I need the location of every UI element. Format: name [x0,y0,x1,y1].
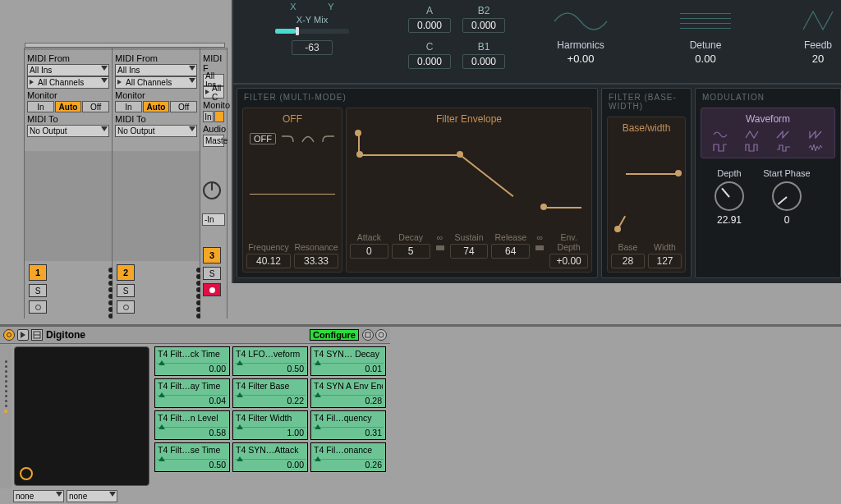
res-value[interactable]: 33.33 [294,254,338,268]
save-preset-icon[interactable] [362,329,374,341]
macro-value: 0.01 [365,364,382,373]
track-number-button[interactable]: 1 [29,264,47,281]
device-fold-button[interactable] [17,329,29,341]
sine-icon[interactable] [713,130,728,140]
monitor-off[interactable]: Off [82,101,109,112]
macro-control[interactable]: T4 Fil…onance0.26 [310,442,386,472]
chain-select-2[interactable]: none [67,490,117,502]
solo-button[interactable]: S [203,267,221,280]
macro-name: T4 Filt…n Level [158,413,227,423]
record-arm[interactable] [29,300,47,314]
macro-control[interactable]: T4 Filt…n Level0.58 [154,410,230,440]
clip-slots[interactable] [25,151,112,261]
harmonics-value[interactable]: +0.00 [568,53,595,65]
macro-control[interactable]: T4 Filter Width1.00 [232,410,308,440]
solo-button[interactable]: S [117,284,135,297]
macro-control[interactable]: T4 Filt…se Time0.50 [154,442,230,472]
atk-value[interactable]: 0 [350,244,388,259]
midi-from-input[interactable]: All Ins [27,64,109,76]
midi-channel[interactable]: All C [203,86,224,99]
macro-control[interactable]: T4 Filt…ay Time0.04 [154,378,230,408]
edepth-value[interactable]: +0.00 [549,254,588,268]
param-c-value[interactable]: 0.000 [408,54,451,69]
filter-type-sub: OFF OFF Frequency40.12 Resonance33.33 [242,108,342,273]
hot-swap-icon[interactable] [375,329,387,341]
freq-value[interactable]: 40.12 [246,254,291,268]
solo-button[interactable]: S [29,284,47,297]
detune-value[interactable]: 0.00 [695,53,715,65]
width-value[interactable]: 127 [648,254,682,268]
inf-toggle[interactable] [436,245,444,250]
blank [27,137,109,149]
track-number-button[interactable]: 2 [117,264,135,281]
monitor-auto[interactable]: Auto [143,101,170,112]
pan-knob[interactable] [200,179,225,200]
harmonics-label: Harmonics [557,39,604,51]
macro-control[interactable]: T4 Filter Base0.22 [232,378,308,408]
sus-value[interactable]: 74 [450,244,489,259]
macro-control[interactable]: T4 Filt…ck Time0.00 [154,346,230,376]
midi-channel[interactable]: All Channels [27,76,109,89]
synth-top-row: XY X-Y Mix -63 A0.000 B20.000 C0.000 B10… [233,0,841,85]
macro-control[interactable]: T4 LFO…veform0.50 [232,346,308,376]
macro-name: T4 SYN A Env End [314,381,383,391]
random-icon[interactable] [776,143,791,153]
pulse-icon[interactable] [745,143,760,153]
monitor-in[interactable]: In [115,101,142,112]
envelope-graph[interactable] [350,128,588,229]
phase-knob[interactable]: Start Phase 0 [763,168,811,226]
record-arm[interactable] [117,300,135,314]
monitor-off[interactable]: Off [170,101,197,112]
highpass-icon[interactable] [320,133,335,144]
saw-icon[interactable] [776,130,791,140]
ramp-icon[interactable] [808,130,823,140]
clip-slots[interactable] [113,151,200,261]
macro-value: 0.22 [287,396,304,405]
bw-graph[interactable] [611,137,682,239]
dec-value[interactable]: 5 [392,244,430,259]
param-a-value[interactable]: 0.000 [408,18,451,33]
monitor-in[interactable]: In [203,111,214,122]
inf-display[interactable]: -In [202,213,225,226]
chain-selector[interactable] [0,344,11,488]
lowpass-icon[interactable] [281,133,296,144]
macro-value: 0.26 [365,460,382,470]
monitor-auto[interactable]: Auto [55,101,82,112]
macro-control[interactable]: T4 Fil…quency0.31 [310,410,386,440]
param-b2-value[interactable]: 0.000 [462,18,505,33]
macro-control[interactable]: T4 SYN…Attack0.00 [232,442,308,472]
audio-to-label: Audio [203,124,224,134]
monitor-auto[interactable] [214,111,224,122]
triangle-icon[interactable] [745,130,760,140]
val: All Ins [117,66,140,75]
bandpass-icon[interactable] [301,133,315,144]
configure-button[interactable]: Configure [310,329,359,341]
square-icon[interactable] [713,143,728,153]
feedback-value[interactable]: 20 [812,53,824,65]
device-power-button[interactable] [3,329,15,341]
record-arm[interactable] [203,283,221,296]
midi-to-output[interactable]: No Output [27,125,109,137]
xy-mix-value[interactable]: -63 [292,40,333,55]
midi-from-label: MIDI From [115,53,197,63]
depth-knob[interactable]: Depth 22.91 [705,168,753,226]
param-b1-value[interactable]: 0.000 [462,54,505,69]
macro-control[interactable]: T4 SYN A Env End0.28 [310,378,386,408]
midi-channel[interactable]: All Channels [115,76,197,89]
macro-control[interactable]: T4 SYN… Decay0.01 [310,346,386,376]
base-value[interactable]: 28 [611,254,645,268]
track-number-button[interactable]: 3 [203,247,221,263]
noise-icon[interactable] [808,143,823,153]
chain-select-1[interactable]: none [13,490,64,502]
rel-value[interactable]: 64 [491,244,530,259]
filter-graph[interactable] [246,148,338,239]
off-badge[interactable]: OFF [250,133,276,144]
inf-toggle[interactable] [535,245,544,250]
midi-to-output[interactable]: No Output [115,125,197,137]
audio-to-output[interactable]: Maste [203,135,224,147]
val: none [16,492,34,501]
monitor-in[interactable]: In [27,101,54,112]
midi-from-input[interactable]: All Ins [115,64,197,76]
param-b1-label: B1 [478,41,490,53]
xy-mix-slider[interactable] [275,29,349,34]
